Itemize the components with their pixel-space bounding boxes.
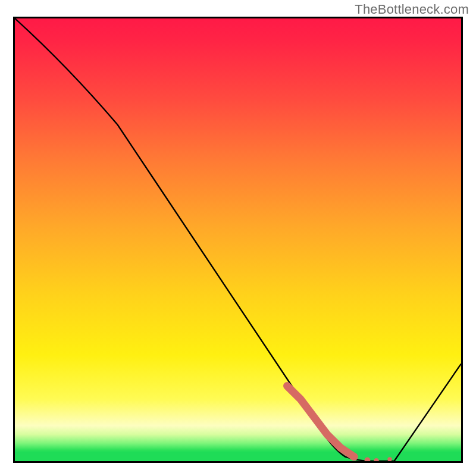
highlight-series [287, 386, 392, 461]
highlight-dot [387, 457, 392, 461]
plot-area [13, 17, 463, 463]
highlight-dot [374, 458, 379, 461]
watermark-text: TheBottleneck.com [355, 2, 469, 17]
curve-series [15, 18, 461, 461]
highlight-stroke [287, 386, 355, 457]
chart-container: TheBottleneck.com [0, 0, 476, 476]
chart-svg [15, 18, 461, 461]
curve-line [15, 18, 461, 461]
highlight-dot [365, 458, 371, 461]
highlight-dot [350, 453, 358, 461]
